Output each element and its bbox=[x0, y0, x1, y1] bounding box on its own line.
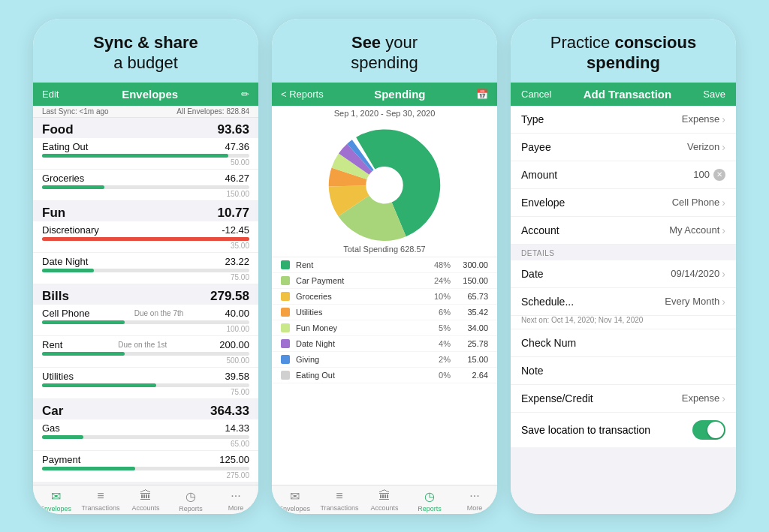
rep-back-button[interactable]: < Reports bbox=[281, 89, 324, 100]
legend-date-night-amt: 25.78 bbox=[451, 339, 488, 348]
env-item-cell-phone-name: Cell Phone bbox=[42, 308, 90, 319]
legend-eating-out-name: Eating Out bbox=[296, 371, 424, 380]
env-item-payment-budget: 275.00 bbox=[42, 471, 249, 479]
panel-reports: See your spending < Reports Spending 📅 S… bbox=[272, 19, 497, 514]
legend-utilities-amt: 35.42 bbox=[451, 308, 488, 317]
list-item[interactable]: Eating Out 47.36 50.00 bbox=[33, 138, 258, 170]
txn-payee-value[interactable]: Verizon › bbox=[687, 141, 725, 153]
txn-schedule-value[interactable]: Every Month › bbox=[665, 296, 725, 308]
rep-daterange: Sep 1, 2020 - Sep 30, 2020 bbox=[272, 106, 497, 121]
txn-schedule-row[interactable]: Schedule... Every Month › bbox=[511, 288, 736, 316]
txn-expense-credit-row[interactable]: Expense/Credit Expense › bbox=[511, 385, 736, 413]
txn-type-value[interactable]: Expense › bbox=[682, 113, 725, 125]
rep-calendar-icon[interactable]: 📅 bbox=[476, 89, 488, 100]
env-sync-status: Last Sync: <1m ago bbox=[42, 107, 109, 116]
txn-expense-credit-label: Expense/Credit bbox=[521, 392, 593, 404]
reports-screen: < Reports Spending 📅 Sep 1, 2020 - Sep 3… bbox=[272, 83, 497, 514]
env-edit-icon[interactable]: ✏ bbox=[241, 89, 249, 100]
txn-amount-value[interactable]: 100 ✕ bbox=[693, 169, 725, 181]
list-item[interactable]: Rent Due on the 1st 200.00 500.00 bbox=[33, 336, 258, 368]
rep-tab-envelopes[interactable]: ✉ Envelopes bbox=[272, 489, 317, 512]
txn-location-toggle-row[interactable]: Save location to transaction bbox=[511, 413, 736, 447]
rep-chart bbox=[272, 121, 497, 243]
txn-payee-row[interactable]: Payee Verizon › bbox=[511, 134, 736, 161]
list-item[interactable]: Gas 14.33 65.00 bbox=[33, 419, 258, 451]
env-group-bills-total: 279.58 bbox=[210, 289, 249, 304]
txn-account-value[interactable]: My Account › bbox=[669, 224, 725, 236]
rep-tab-transactions[interactable]: ≡ Transactions bbox=[317, 489, 362, 512]
list-item[interactable]: Discretionary -12.45 35.00 bbox=[33, 221, 258, 253]
env-item-cell-phone-budget: 100.00 bbox=[42, 325, 249, 333]
env-item-payment-amount: 125.00 bbox=[219, 454, 249, 465]
legend-rent[interactable]: Rent 48% 300.00 bbox=[272, 257, 497, 273]
legend-groceries[interactable]: Groceries 10% 65.73 bbox=[272, 289, 497, 305]
txn-main-section: Type Expense › Payee Verizon › Amount bbox=[511, 106, 736, 245]
env-item-date-night-amount: 23.22 bbox=[225, 256, 249, 267]
legend-date-night-dot bbox=[281, 339, 290, 348]
panel2-headline-spending: spending bbox=[351, 53, 418, 72]
txn-expense-credit-chevron: › bbox=[722, 392, 725, 404]
panel2-headline: See your spending bbox=[272, 19, 497, 83]
txn-save-button[interactable]: Save bbox=[703, 89, 725, 100]
transactions-icon: ≡ bbox=[97, 489, 104, 503]
txn-type-row[interactable]: Type Expense › bbox=[511, 106, 736, 134]
legend-car-payment[interactable]: Car Payment 24% 150.00 bbox=[272, 273, 497, 289]
tab-more[interactable]: ··· More bbox=[213, 489, 258, 512]
txn-expense-credit-value[interactable]: Expense › bbox=[682, 392, 725, 404]
txn-date-value[interactable]: 09/14/2020 › bbox=[671, 268, 725, 280]
list-item[interactable]: Cell Phone Due on the 7th 40.00 100.00 bbox=[33, 305, 258, 336]
legend-date-night-pct: 4% bbox=[424, 339, 451, 348]
tab-accounts[interactable]: 🏛 Accounts bbox=[123, 489, 168, 512]
rep-reports-icon: ◷ bbox=[424, 489, 435, 503]
env-item-gas-budget: 65.00 bbox=[42, 440, 249, 448]
txn-envelope-value[interactable]: Cell Phone › bbox=[672, 197, 725, 209]
amount-clear-icon[interactable]: ✕ bbox=[713, 169, 725, 181]
tab-transactions-label: Transactions bbox=[81, 504, 119, 512]
txn-envelope-row[interactable]: Envelope Cell Phone › bbox=[511, 189, 736, 217]
legend-giving[interactable]: Giving 2% 15.00 bbox=[272, 352, 497, 368]
legend-fun-money[interactable]: Fun Money 5% 34.00 bbox=[272, 320, 497, 336]
env-item-rent-amount: 200.00 bbox=[219, 339, 249, 350]
rep-tab-accounts[interactable]: 🏛 Accounts bbox=[362, 489, 407, 512]
env-item-rent-name: Rent bbox=[42, 339, 62, 350]
env-item-groceries-amount: 46.27 bbox=[225, 173, 249, 184]
tab-envelopes-label: Envelopes bbox=[40, 505, 71, 512]
txn-account-chevron: › bbox=[722, 224, 725, 236]
list-item[interactable]: Payment 125.00 275.00 bbox=[33, 451, 258, 482]
env-group-fun: Fun 10.77 bbox=[33, 201, 258, 221]
txn-location-toggle[interactable] bbox=[692, 420, 725, 440]
txn-note-label: Note bbox=[521, 365, 544, 377]
txn-account-row[interactable]: Account My Account › bbox=[511, 217, 736, 245]
panel1-headline-bold: Sync & share bbox=[93, 33, 198, 52]
txn-details-header: DETAILS bbox=[511, 245, 736, 260]
rep-tab-reports[interactable]: ◷ Reports bbox=[407, 489, 452, 512]
txn-topbar: Cancel Add Transaction Save bbox=[511, 83, 736, 106]
txn-payee-label: Payee bbox=[521, 141, 551, 153]
list-item[interactable]: Utilities 39.58 75.00 bbox=[33, 368, 258, 399]
tab-reports[interactable]: ◷ Reports bbox=[168, 489, 213, 512]
txn-account-label: Account bbox=[521, 224, 559, 236]
legend-date-night[interactable]: Date Night 4% 25.78 bbox=[272, 336, 497, 352]
txn-details-section: Date 09/14/2020 › Schedule... Every Mont… bbox=[511, 260, 736, 413]
txn-cancel-button[interactable]: Cancel bbox=[521, 89, 551, 100]
txn-note-row[interactable]: Note bbox=[511, 357, 736, 385]
list-item[interactable]: Groceries 46.27 150.00 bbox=[33, 170, 258, 201]
legend-utilities[interactable]: Utilities 6% 35.42 bbox=[272, 305, 497, 320]
panel1-headline: Sync & share a budget bbox=[33, 19, 258, 83]
txn-amount-row[interactable]: Amount 100 ✕ bbox=[511, 161, 736, 189]
env-edit-button[interactable]: Edit bbox=[42, 89, 59, 100]
legend-eating-out[interactable]: Eating Out 0% 2.64 bbox=[272, 368, 497, 383]
tab-envelopes[interactable]: ✉ Envelopes bbox=[33, 489, 78, 512]
list-item[interactable]: Date Night 23.22 75.00 bbox=[33, 253, 258, 284]
env-item-eating-out-budget: 50.00 bbox=[42, 158, 249, 167]
legend-giving-pct: 2% bbox=[424, 355, 451, 364]
tab-transactions[interactable]: ≡ Transactions bbox=[78, 489, 123, 512]
panel3-headline-spending: spending bbox=[587, 53, 660, 72]
txn-screen-title: Add Transaction bbox=[584, 88, 672, 101]
legend-car-dot bbox=[281, 276, 290, 285]
legend-groceries-amt: 65.73 bbox=[451, 292, 488, 301]
rep-total-label: Total Spending 628.57 bbox=[272, 243, 497, 257]
txn-date-row[interactable]: Date 09/14/2020 › bbox=[511, 260, 736, 288]
txn-checknum-row[interactable]: Check Num bbox=[511, 329, 736, 357]
rep-tab-more[interactable]: ··· More bbox=[452, 489, 497, 512]
